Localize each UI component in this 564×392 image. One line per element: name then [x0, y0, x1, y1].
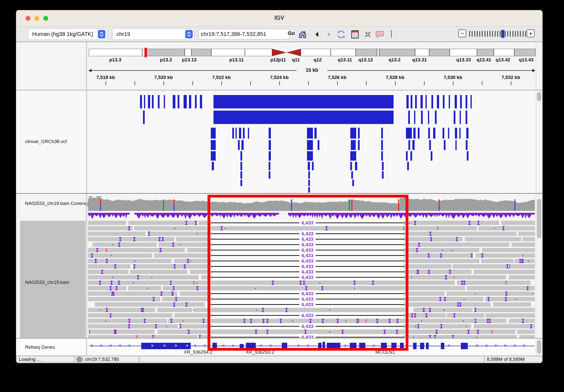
insertion-marker[interactable] — [417, 248, 418, 252]
read[interactable] — [139, 275, 199, 279]
read[interactable] — [187, 248, 208, 252]
insertion-marker[interactable] — [106, 259, 107, 263]
insertion-marker[interactable] — [129, 324, 130, 328]
insertion-marker[interactable] — [454, 314, 455, 317]
variant-mark[interactable] — [189, 95, 191, 108]
variant-mark[interactable] — [144, 95, 145, 108]
read[interactable] — [408, 237, 463, 241]
insertion-marker[interactable] — [142, 308, 143, 312]
insertion-marker[interactable] — [430, 232, 431, 236]
insertion-marker[interactable] — [469, 221, 470, 225]
read[interactable] — [157, 308, 192, 312]
insertion-marker[interactable] — [489, 319, 490, 323]
insertion-marker[interactable] — [449, 270, 450, 274]
variant-mark[interactable] — [350, 151, 356, 161]
insertion-marker[interactable] — [471, 254, 472, 257]
read[interactable] — [174, 259, 208, 263]
read[interactable] — [409, 221, 499, 225]
read[interactable] — [88, 264, 130, 269]
zoom-slider-tick[interactable] — [482, 31, 483, 37]
ideogram-band-q13.41[interactable] — [477, 49, 494, 56]
zoom-out-button[interactable]: − — [458, 29, 466, 37]
read[interactable] — [408, 286, 465, 290]
gene-exon[interactable] — [141, 343, 191, 349]
insertion-marker[interactable] — [95, 259, 96, 263]
variant-mark[interactable] — [421, 95, 423, 108]
variant-mark[interactable] — [466, 128, 469, 139]
insertion-marker[interactable] — [106, 308, 107, 312]
track-label-coverage[interactable]: NA02533_chr19.bam Coverage — [25, 201, 91, 206]
gene-exon[interactable] — [461, 343, 468, 349]
variant-mark[interactable] — [212, 162, 214, 170]
scroll-column[interactable] — [536, 194, 542, 338]
insertion-marker[interactable] — [429, 308, 430, 312]
variant-mark[interactable] — [421, 111, 423, 124]
read[interactable] — [518, 232, 535, 236]
ideogram-band-q13.12[interactable] — [356, 49, 377, 56]
zoom-slider-tick[interactable] — [515, 31, 516, 37]
read[interactable] — [474, 324, 535, 328]
variant-mark[interactable] — [431, 95, 433, 108]
insertion-marker[interactable] — [522, 319, 523, 323]
read[interactable] — [446, 292, 535, 296]
insertion-marker[interactable] — [430, 335, 431, 338]
read[interactable] — [88, 226, 133, 230]
insertion-marker[interactable] — [134, 237, 135, 241]
read[interactable] — [159, 243, 208, 247]
read[interactable] — [519, 335, 535, 338]
insertion-marker[interactable] — [435, 335, 436, 338]
read[interactable] — [408, 281, 455, 285]
insertion-marker[interactable] — [441, 324, 442, 328]
insertion-marker[interactable] — [464, 281, 465, 285]
variant-mark[interactable] — [308, 180, 310, 186]
variant-mark[interactable] — [318, 140, 319, 150]
zoom-slider-tick[interactable] — [517, 31, 518, 37]
ideogram-band-q13.31[interactable] — [415, 49, 429, 56]
ideogram-band-p13.3[interactable] — [89, 49, 142, 56]
insertion-marker[interactable] — [160, 248, 161, 252]
read[interactable] — [515, 259, 535, 263]
variant-mark[interactable] — [269, 151, 271, 161]
read[interactable] — [517, 330, 535, 334]
insertion-marker[interactable] — [162, 237, 163, 241]
variant-mark[interactable] — [195, 95, 197, 108]
variant-mark[interactable] — [269, 128, 271, 139]
insertion-marker[interactable] — [186, 221, 187, 225]
insertion-marker[interactable] — [415, 314, 416, 317]
insertion-marker[interactable] — [197, 286, 198, 290]
zoom-slider-tick[interactable] — [523, 31, 523, 37]
variant-mark[interactable] — [418, 128, 420, 139]
variant-mark[interactable] — [240, 162, 242, 170]
variant-mark[interactable] — [213, 95, 394, 108]
variant-mark[interactable] — [211, 128, 216, 139]
read[interactable] — [198, 221, 208, 225]
read[interactable] — [512, 243, 535, 247]
variant-mark[interactable] — [308, 187, 310, 193]
read[interactable] — [413, 308, 473, 312]
read[interactable] — [479, 226, 535, 230]
read[interactable] — [408, 232, 517, 236]
insertion-marker[interactable] — [460, 303, 461, 306]
ideogram-band-q13.43[interactable] — [514, 49, 536, 56]
read[interactable] — [408, 330, 515, 334]
insertion-marker[interactable] — [138, 275, 139, 279]
insertion-marker[interactable] — [446, 275, 446, 279]
insertion-marker[interactable] — [99, 281, 100, 285]
ideogram-band-p13.11[interactable] — [211, 49, 245, 56]
variant-mark[interactable] — [352, 180, 354, 186]
variant-mark[interactable] — [467, 151, 469, 161]
clinvar-label-column[interactable]: clinvar_GRCh38.vcf — [20, 90, 86, 193]
variant-mark[interactable] — [269, 162, 270, 170]
insertion-marker[interactable] — [527, 286, 528, 290]
variant-mark[interactable] — [443, 128, 444, 139]
variant-mark[interactable] — [428, 128, 430, 139]
insertion-marker[interactable] — [173, 243, 174, 246]
zoom-slider-tick[interactable] — [500, 31, 500, 37]
read[interactable] — [408, 335, 517, 338]
zoom-slider-tick[interactable] — [507, 31, 508, 37]
variant-mark[interactable] — [414, 111, 415, 124]
insertion-marker[interactable] — [488, 297, 489, 301]
read[interactable] — [447, 313, 484, 318]
read[interactable] — [134, 226, 207, 230]
zoom-slider-tick[interactable] — [477, 31, 478, 37]
